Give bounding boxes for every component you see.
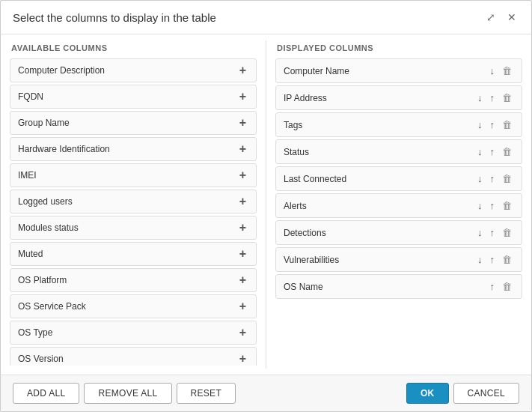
available-column-name: Logged users bbox=[18, 196, 73, 207]
cancel-button[interactable]: CANCEL bbox=[453, 383, 519, 404]
remove-all-button[interactable]: REMOVE ALL bbox=[84, 383, 171, 404]
displayed-column-actions: ↓↑🗑 bbox=[475, 118, 514, 131]
displayed-column-name: OS Name bbox=[284, 282, 323, 292]
available-column-actions: + bbox=[237, 351, 248, 366]
move-up-button[interactable]: ↑ bbox=[488, 253, 498, 266]
available-column-item: Logged users + bbox=[10, 190, 257, 213]
add-column-button[interactable]: + bbox=[237, 142, 248, 157]
header-icons: ⤢ ✕ bbox=[483, 10, 519, 25]
displayed-column-item: IP Address ↓↑🗑 bbox=[275, 85, 522, 110]
add-column-button[interactable]: + bbox=[237, 89, 248, 104]
available-columns-section: AVAILABLE COLUMNS Computer Description +… bbox=[1, 34, 266, 375]
displayed-column-actions: ↑🗑 bbox=[488, 280, 515, 293]
move-down-button[interactable]: ↓ bbox=[475, 172, 485, 185]
move-down-button[interactable]: ↓ bbox=[488, 64, 498, 77]
available-column-actions: + bbox=[237, 299, 248, 314]
available-column-item: Hardware Identification + bbox=[10, 137, 257, 161]
displayed-column-name: Detections bbox=[284, 228, 326, 238]
move-up-button[interactable]: ↑ bbox=[488, 91, 498, 104]
add-column-button[interactable]: + bbox=[237, 325, 248, 340]
add-column-button[interactable]: + bbox=[237, 63, 248, 78]
add-column-button[interactable]: + bbox=[237, 273, 248, 288]
delete-column-button[interactable]: 🗑 bbox=[500, 118, 514, 131]
move-up-button[interactable]: ↑ bbox=[488, 118, 498, 131]
available-column-name: OS Platform bbox=[18, 275, 67, 285]
dialog-header: Select the columns to display in the tab… bbox=[1, 1, 531, 34]
delete-column-button[interactable]: 🗑 bbox=[500, 64, 514, 77]
available-column-name: Group Name bbox=[18, 118, 70, 128]
available-column-actions: + bbox=[237, 89, 248, 104]
available-column-actions: + bbox=[237, 220, 248, 235]
move-up-button[interactable]: ↑ bbox=[488, 199, 498, 212]
displayed-column-name: Status bbox=[284, 147, 309, 157]
displayed-column-actions: ↓↑🗑 bbox=[475, 145, 514, 158]
add-column-button[interactable]: + bbox=[237, 351, 248, 366]
move-down-button[interactable]: ↓ bbox=[475, 226, 485, 239]
add-column-button[interactable]: + bbox=[237, 115, 248, 130]
column-selector-dialog: Select the columns to display in the tab… bbox=[0, 0, 532, 412]
move-down-button[interactable]: ↓ bbox=[475, 253, 485, 266]
add-column-button[interactable]: + bbox=[237, 168, 248, 183]
footer-right-buttons: OK CANCEL bbox=[406, 383, 519, 404]
add-column-button[interactable]: + bbox=[237, 299, 248, 314]
displayed-column-item: Status ↓↑🗑 bbox=[275, 139, 522, 164]
move-down-button[interactable]: ↓ bbox=[475, 118, 485, 131]
displayed-column-item: Detections ↓↑🗑 bbox=[275, 220, 522, 245]
available-column-actions: + bbox=[237, 63, 248, 78]
move-down-button[interactable]: ↓ bbox=[475, 91, 485, 104]
displayed-column-actions: ↓↑🗑 bbox=[475, 172, 514, 185]
displayed-column-item: OS Name ↑🗑 bbox=[275, 274, 522, 299]
close-icon[interactable]: ✕ bbox=[504, 10, 519, 25]
reset-button[interactable]: RESET bbox=[177, 383, 236, 404]
displayed-column-actions: ↓↑🗑 bbox=[475, 253, 514, 266]
delete-column-button[interactable]: 🗑 bbox=[500, 91, 514, 104]
delete-column-button[interactable]: 🗑 bbox=[500, 253, 514, 266]
displayed-column-item: Computer Name ↓🗑 bbox=[275, 58, 522, 83]
available-column-name: IMEI bbox=[18, 170, 37, 181]
displayed-column-actions: ↓↑🗑 bbox=[475, 91, 514, 104]
available-column-actions: + bbox=[237, 273, 248, 288]
available-columns-list: Computer Description + FQDN + Group Name… bbox=[10, 58, 257, 366]
displayed-column-name: Alerts bbox=[284, 201, 307, 211]
dialog-title: Select the columns to display in the tab… bbox=[13, 11, 216, 24]
add-all-button[interactable]: ADD ALL bbox=[13, 383, 79, 404]
move-up-button[interactable]: ↑ bbox=[488, 172, 498, 185]
displayed-columns-label: DISPLAYED COLUMNS bbox=[275, 43, 522, 52]
footer-left-buttons: ADD ALL REMOVE ALL RESET bbox=[13, 383, 236, 404]
available-column-item: Computer Description + bbox=[10, 58, 257, 82]
displayed-column-actions: ↓↑🗑 bbox=[475, 199, 514, 212]
dialog-footer: ADD ALL REMOVE ALL RESET OK CANCEL bbox=[1, 375, 531, 411]
move-down-button[interactable]: ↓ bbox=[475, 145, 485, 158]
delete-column-button[interactable]: 🗑 bbox=[500, 145, 514, 158]
expand-icon[interactable]: ⤢ bbox=[483, 10, 498, 25]
available-column-name: Hardware Identification bbox=[18, 144, 110, 154]
available-column-item: Group Name + bbox=[10, 111, 257, 135]
move-down-button[interactable]: ↓ bbox=[475, 199, 485, 212]
move-up-button[interactable]: ↑ bbox=[488, 226, 498, 239]
delete-column-button[interactable]: 🗑 bbox=[500, 226, 514, 239]
available-column-item: FQDN + bbox=[10, 85, 257, 109]
available-column-item: IMEI + bbox=[10, 163, 257, 187]
displayed-column-name: Last Connected bbox=[284, 174, 346, 184]
delete-column-button[interactable]: 🗑 bbox=[500, 172, 514, 185]
move-up-button[interactable]: ↑ bbox=[488, 280, 498, 293]
available-column-item: Modules status + bbox=[10, 216, 257, 240]
add-column-button[interactable]: + bbox=[237, 246, 248, 261]
available-column-name: Muted bbox=[18, 249, 43, 259]
delete-column-button[interactable]: 🗑 bbox=[500, 199, 514, 212]
move-up-button[interactable]: ↑ bbox=[488, 145, 498, 158]
displayed-column-item: Alerts ↓↑🗑 bbox=[275, 193, 522, 218]
available-column-name: OS Version bbox=[18, 354, 64, 364]
available-column-actions: + bbox=[237, 194, 248, 209]
add-column-button[interactable]: + bbox=[237, 220, 248, 235]
dialog-body: AVAILABLE COLUMNS Computer Description +… bbox=[1, 34, 531, 375]
available-column-actions: + bbox=[237, 168, 248, 183]
ok-button[interactable]: OK bbox=[406, 383, 449, 404]
delete-column-button[interactable]: 🗑 bbox=[500, 280, 514, 293]
available-columns-label: AVAILABLE COLUMNS bbox=[10, 43, 257, 52]
displayed-columns-list: Computer Name ↓🗑 IP Address ↓↑🗑 Tags ↓↑🗑… bbox=[275, 58, 522, 366]
displayed-column-item: Tags ↓↑🗑 bbox=[275, 112, 522, 137]
add-column-button[interactable]: + bbox=[237, 194, 248, 209]
available-column-name: Computer Description bbox=[18, 65, 105, 76]
available-column-name: OS Service Pack bbox=[18, 301, 86, 312]
